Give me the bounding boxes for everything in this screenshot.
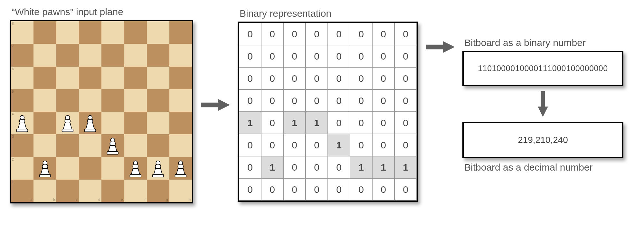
binary-cell: 0 xyxy=(350,67,372,89)
binary-cell: 0 xyxy=(372,178,394,201)
decimal-value-box: 219,210,240 xyxy=(462,122,623,158)
binary-cell: 1 xyxy=(306,112,328,134)
chess-square: 1a xyxy=(11,180,33,202)
binary-cell: 0 xyxy=(306,156,328,178)
chess-square: d xyxy=(79,180,101,202)
chess-square: e xyxy=(101,180,124,202)
binary-grid-title: Binary representation xyxy=(240,8,418,19)
chess-square xyxy=(124,89,147,112)
binary-cell: 0 xyxy=(261,112,283,134)
file-label: c xyxy=(76,198,78,202)
chess-square: 8 xyxy=(11,21,33,44)
binary-cell: 0 xyxy=(328,67,350,89)
binary-cell: 0 xyxy=(372,45,394,67)
pawn-icon xyxy=(83,114,98,132)
chess-square xyxy=(56,112,79,134)
chess-square: f xyxy=(124,180,147,202)
binary-cell: 0 xyxy=(239,89,261,112)
svg-point-2 xyxy=(88,116,92,120)
binary-cell: 0 xyxy=(261,45,283,67)
binary-cell: 0 xyxy=(261,67,283,89)
binary-cell: 1 xyxy=(328,134,350,156)
chess-square xyxy=(101,134,124,157)
chessboard-title: “White pawns” input plane xyxy=(12,6,193,17)
chess-square xyxy=(169,157,192,180)
chess-square xyxy=(169,134,192,157)
file-label: e xyxy=(121,198,123,202)
chess-square xyxy=(56,67,79,89)
rank-label: 4 xyxy=(12,112,14,116)
binary-cell: 0 xyxy=(350,23,372,45)
binary-value-title: Bitboard as a binary number xyxy=(464,37,623,48)
binary-cell: 0 xyxy=(328,45,350,67)
binary-cell: 0 xyxy=(328,89,350,112)
binary-cell: 0 xyxy=(394,67,417,89)
bitboard-values-section: Bitboard as a binary number 110100001000… xyxy=(462,37,623,173)
chess-square xyxy=(33,157,56,180)
chessboard-section: “White pawns” input plane 87654 3 2 xyxy=(10,6,193,203)
pawn-icon xyxy=(105,136,120,155)
binary-cell: 0 xyxy=(283,23,306,45)
binary-cell: 0 xyxy=(261,89,283,112)
binary-cell: 0 xyxy=(306,67,328,89)
binary-cell: 1 xyxy=(283,112,306,134)
binary-cell: 0 xyxy=(394,45,417,67)
binary-cell: 1 xyxy=(372,156,394,178)
chess-square xyxy=(79,67,101,89)
binary-cell: 0 xyxy=(261,134,283,156)
chess-square: c xyxy=(56,180,79,202)
binary-cell: 0 xyxy=(328,23,350,45)
binary-cell: 0 xyxy=(239,67,261,89)
chess-square xyxy=(124,134,147,157)
binary-cell: 1 xyxy=(261,156,283,178)
binary-cell: 0 xyxy=(239,178,261,201)
binary-cell: 0 xyxy=(328,178,350,201)
chess-square xyxy=(101,67,124,89)
pawn-icon xyxy=(60,114,75,132)
pawn-icon xyxy=(151,159,166,177)
chess-square xyxy=(169,89,192,112)
chess-square: 4 xyxy=(11,112,33,134)
file-label: d xyxy=(98,198,100,202)
chess-square xyxy=(33,134,56,157)
chess-square xyxy=(56,44,79,66)
pawn-icon xyxy=(38,159,52,177)
chess-square xyxy=(56,21,79,44)
file-label: g xyxy=(166,198,168,202)
chess-square xyxy=(147,44,169,66)
chess-square xyxy=(147,89,169,112)
binary-cell: 0 xyxy=(372,134,394,156)
binary-cell: 0 xyxy=(306,134,328,156)
chess-square xyxy=(79,89,101,112)
svg-point-4 xyxy=(43,161,47,165)
binary-cell: 1 xyxy=(350,156,372,178)
binary-cell: 0 xyxy=(261,23,283,45)
binary-cell: 0 xyxy=(239,23,261,45)
chess-square xyxy=(169,112,192,134)
chess-square xyxy=(147,157,169,180)
chess-square xyxy=(101,89,124,112)
svg-point-5 xyxy=(133,161,137,165)
binary-cell: 0 xyxy=(350,45,372,67)
chess-square xyxy=(33,89,56,112)
chess-square xyxy=(147,134,169,157)
svg-point-1 xyxy=(65,116,70,120)
chess-square xyxy=(147,21,169,44)
rank-label: 2 xyxy=(12,158,14,161)
chess-square xyxy=(169,44,192,66)
chess-square: 6 xyxy=(11,67,33,89)
arrow-right-icon xyxy=(201,98,230,111)
svg-point-7 xyxy=(178,161,183,165)
binary-cell: 0 xyxy=(261,178,283,201)
chess-square xyxy=(101,112,124,134)
binary-cell: 1 xyxy=(239,112,261,134)
chess-square xyxy=(101,44,124,66)
chess-square xyxy=(56,157,79,180)
binary-cell: 0 xyxy=(306,23,328,45)
rank-label: 8 xyxy=(12,22,14,25)
chess-square xyxy=(79,21,101,44)
binary-cell: 0 xyxy=(328,112,350,134)
decimal-value-title: Bitboard as a decimal number xyxy=(464,162,623,173)
chess-square xyxy=(147,112,169,134)
chess-square: h xyxy=(169,180,192,202)
